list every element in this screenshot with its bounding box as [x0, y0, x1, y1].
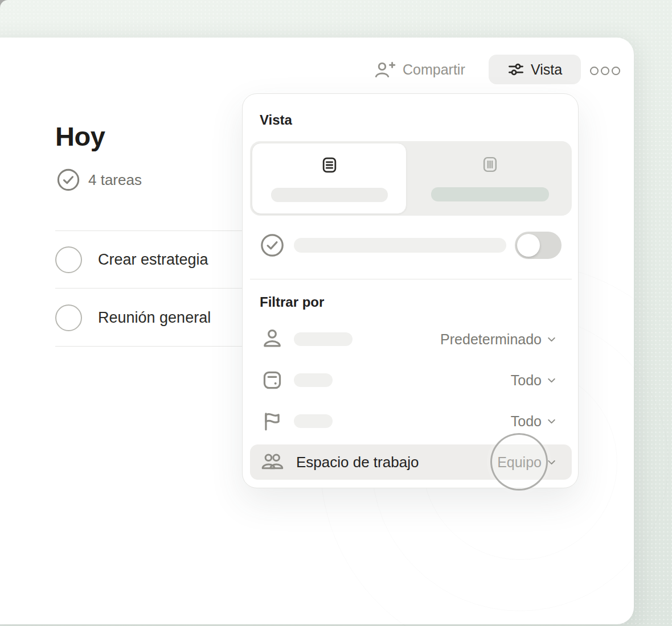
filter-value: Todo [511, 413, 542, 430]
placeholder-bar [294, 238, 506, 253]
filter-row-priority[interactable]: Todo [250, 403, 572, 439]
filter-value-dropdown[interactable]: Equipo [497, 454, 558, 471]
screen-background: Compartir Vista Hoy 4 tareas Crear e [0, 0, 672, 626]
divider [55, 288, 245, 289]
chevron-down-icon [546, 333, 558, 345]
check-circle-icon [56, 168, 80, 192]
calendar-icon [260, 368, 285, 393]
view-button[interactable]: Vista [489, 55, 581, 84]
board-view-icon [481, 155, 499, 174]
filter-value: Equipo [497, 454, 542, 471]
filter-value: Predeterminado [440, 331, 542, 348]
ellipsis-icon [601, 67, 609, 75]
popover-title: Vista [260, 112, 292, 128]
chevron-down-icon [546, 415, 558, 427]
completed-tasks-toggle-row [250, 232, 572, 259]
toggle-knob [517, 234, 540, 257]
chevron-down-icon [546, 374, 558, 386]
task-label: Reunión general [98, 309, 211, 327]
placeholder-bar [271, 188, 388, 202]
share-button[interactable]: Compartir [374, 58, 465, 81]
filter-value-dropdown[interactable]: Todo [511, 372, 558, 389]
task-row[interactable]: Reunión general [55, 290, 245, 345]
filter-row-date[interactable]: Todo [250, 363, 572, 398]
placeholder-bar [431, 187, 549, 201]
layout-option-list[interactable] [252, 143, 407, 214]
person-add-icon [374, 60, 396, 80]
placeholder-bar [294, 373, 333, 387]
placeholder-bar [294, 414, 333, 428]
person-icon [260, 327, 285, 352]
task-checkbox[interactable] [55, 304, 82, 331]
task-row[interactable]: Crear estrategia [55, 232, 245, 287]
divider [55, 346, 245, 347]
view-popover: Vista [242, 93, 579, 488]
sliders-icon [507, 61, 525, 78]
filter-row-assignee[interactable]: Predeterminado [250, 322, 572, 357]
filter-value-dropdown[interactable]: Todo [511, 413, 558, 430]
filter-row-label: Espacio de trabajo [296, 454, 419, 471]
layout-option-board[interactable] [408, 141, 572, 216]
filter-row-workspace[interactable]: Espacio de trabajo Equipo [250, 444, 572, 480]
layout-segmented-control [250, 141, 572, 216]
page-title: Hoy [55, 121, 105, 152]
divider [250, 279, 572, 279]
view-button-label: Vista [531, 61, 562, 78]
ellipsis-icon [590, 67, 599, 75]
ellipsis-icon [612, 67, 620, 75]
people-icon [260, 450, 285, 475]
chevron-down-icon [546, 456, 558, 468]
divider [55, 230, 245, 231]
placeholder-bar [294, 332, 353, 346]
task-label: Crear estrategia [98, 251, 208, 269]
task-checkbox[interactable] [55, 246, 82, 273]
filter-value-dropdown[interactable]: Predeterminado [440, 331, 558, 348]
more-options-button[interactable] [589, 63, 621, 79]
task-count: 4 tareas [56, 168, 142, 192]
flag-icon [260, 409, 285, 434]
task-count-label: 4 tareas [88, 171, 142, 189]
check-circle-icon [260, 233, 285, 258]
list-view-icon [321, 155, 338, 175]
filter-section-title: Filtrar por [260, 294, 324, 310]
filter-value: Todo [511, 372, 542, 389]
toggle-switch[interactable] [515, 232, 562, 259]
share-button-label: Compartir [403, 61, 465, 78]
